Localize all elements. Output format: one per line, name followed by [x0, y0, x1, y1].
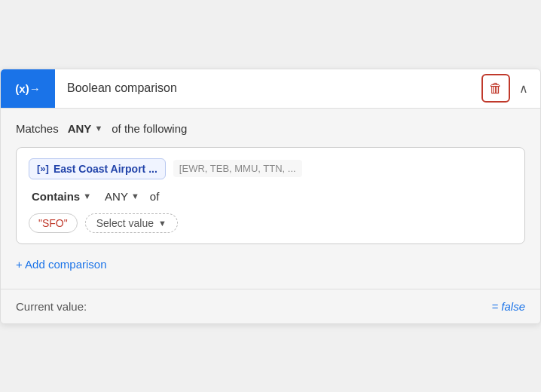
contains-label: Contains [32, 190, 80, 203]
delete-button[interactable]: 🗑 [481, 74, 510, 103]
matches-label: Matches [16, 122, 59, 135]
condition-any-dropdown-button[interactable]: ANY ▼ [102, 188, 142, 204]
contains-dropdown-button[interactable]: Contains ▼ [29, 188, 94, 204]
dropdown-arrow-icon: ▼ [94, 124, 102, 133]
condition-any-arrow-icon: ▼ [131, 191, 139, 201]
widget-title: Boolean comparison [55, 81, 481, 95]
chevron-up-icon: ∧ [519, 82, 528, 95]
variable-values-preview: [EWR, TEB, MMU, TTN, ... [173, 160, 302, 177]
add-comparison-label: + Add comparison [16, 258, 107, 271]
select-value-button[interactable]: Select value ▼ [85, 213, 178, 233]
of-text: of [150, 190, 160, 203]
condition-variable-row: [»] East Coast Airport ... [EWR, TEB, MM… [29, 158, 512, 179]
current-value-result: = false [491, 300, 525, 313]
condition-any-label: ANY [105, 190, 128, 203]
widget-body: Matches ANY ▼ of the following [»] East … [1, 109, 540, 289]
any-dropdown-button[interactable]: ANY ▼ [65, 121, 106, 136]
select-value-arrow-icon: ▼ [158, 219, 167, 228]
boolean-comparison-widget: (x)→ Boolean comparison 🗑 ∧ Matches ANY … [0, 69, 541, 324]
variable-bracket-icon: [»] [37, 163, 49, 174]
select-value-label: Select value [96, 217, 154, 229]
matches-row: Matches ANY ▼ of the following [16, 121, 525, 136]
variable-name: East Coast Airport ... [53, 163, 157, 175]
condition-values-row: "SFO" Select value ▼ [29, 213, 512, 233]
widget-header: (x)→ Boolean comparison 🗑 ∧ [1, 69, 540, 109]
variable-icon-button[interactable]: (x)→ [1, 69, 55, 108]
condition-box: [»] East Coast Airport ... [EWR, TEB, MM… [16, 147, 525, 244]
add-comparison-button[interactable]: + Add comparison [16, 255, 107, 274]
condition-operator-row: Contains ▼ ANY ▼ of [29, 188, 512, 204]
sfo-value-label: "SFO" [38, 217, 68, 229]
of-the-following-text: of the following [112, 122, 187, 135]
trash-icon: 🗑 [489, 81, 503, 96]
current-value-label: Current value: [16, 300, 87, 313]
variable-chip-button[interactable]: [»] East Coast Airport ... [29, 158, 166, 179]
header-actions: 🗑 ∧ [481, 74, 540, 103]
sfo-value-chip[interactable]: "SFO" [29, 213, 78, 233]
any-dropdown-label: ANY [68, 122, 92, 135]
widget-footer: Current value: = false [1, 289, 540, 323]
collapse-button[interactable]: ∧ [516, 78, 531, 99]
contains-dropdown-arrow-icon: ▼ [83, 191, 91, 201]
